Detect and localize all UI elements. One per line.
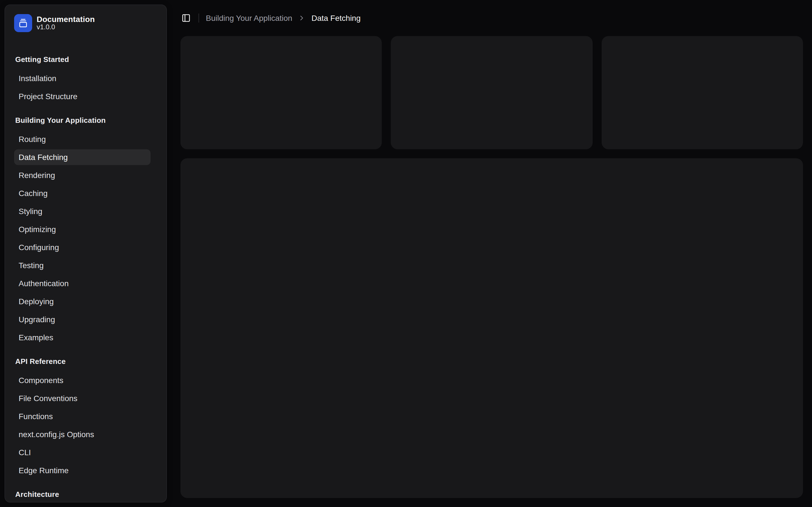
sidebar-item-caching[interactable]: Caching (14, 185, 151, 201)
breadcrumb: Building Your Application Data Fetching (206, 13, 361, 22)
sidebar-group-architecture: ArchitectureAccessibility (5, 485, 166, 503)
app-root: Documentation v1.0.0 Getting StartedInst… (0, 0, 812, 507)
sidebar-item-authentication[interactable]: Authentication (14, 276, 151, 291)
sidebar-item-next-config-js-options[interactable]: next.config.js Options (14, 427, 151, 442)
sidebar-item-testing[interactable]: Testing (14, 258, 151, 273)
sidebar-group-api-reference: API ReferenceComponentsFile ConventionsF… (5, 352, 166, 485)
sidebar-group-label: Getting Started (14, 50, 151, 68)
chevron-right-icon (298, 14, 306, 22)
sidebar-menu: RoutingData FetchingRenderingCachingStyl… (14, 129, 151, 345)
sidebar-item-routing[interactable]: Routing (14, 131, 151, 147)
sidebar-group-getting-started: Getting StartedInstallationProject Struc… (5, 41, 166, 111)
sidebar-item-functions[interactable]: Functions (14, 408, 151, 424)
sidebar-item-configuring[interactable]: Configuring (14, 239, 151, 255)
sidebar-item-installation[interactable]: Installation (14, 70, 151, 86)
app-version: v1.0.0 (37, 24, 95, 32)
sidebar-toggle-button[interactable] (178, 10, 194, 26)
sidebar-item-examples[interactable]: Examples (14, 330, 151, 345)
placeholder-panel (181, 158, 803, 498)
sidebar-item-edge-runtime[interactable]: Edge Runtime (14, 462, 151, 478)
sidebar-menu: InstallationProject Structure (14, 68, 151, 104)
sidebar-menu: ComponentsFile ConventionsFunctionsnext.… (14, 370, 151, 478)
sidebar-item-data-fetching[interactable]: Data Fetching (14, 149, 151, 165)
sidebar-item-deploying[interactable]: Deploying (14, 293, 151, 309)
placeholder-card (181, 36, 382, 149)
main-content: Building Your Application Data Fetching (171, 0, 812, 507)
sidebar-item-optimizing[interactable]: Optimizing (14, 221, 151, 237)
sidebar-header: Documentation v1.0.0 (5, 5, 166, 41)
placeholder-cards-row (181, 36, 803, 149)
sidebar-item-components[interactable]: Components (14, 372, 151, 388)
app-logo (14, 14, 32, 32)
sidebar-nav: Getting StartedInstallationProject Struc… (5, 41, 166, 503)
placeholder-card (601, 36, 803, 149)
app-title: Documentation (37, 15, 95, 24)
breadcrumb-current: Data Fetching (312, 13, 361, 22)
sidebar-item-upgrading[interactable]: Upgrading (14, 312, 151, 327)
placeholder-card (391, 36, 593, 149)
sidebar-item-cli[interactable]: CLI (14, 445, 151, 460)
sidebar-group-building-your-application: Building Your ApplicationRoutingData Fet… (5, 111, 166, 352)
sidebar-group-label: API Reference (14, 352, 151, 370)
app-titles: Documentation v1.0.0 (37, 15, 95, 32)
sidebar-item-rendering[interactable]: Rendering (14, 167, 151, 183)
header-separator (199, 13, 199, 22)
sidebar-item-styling[interactable]: Styling (14, 203, 151, 219)
breadcrumb-link-parent[interactable]: Building Your Application (206, 13, 292, 22)
app-switcher-button[interactable]: Documentation v1.0.0 (10, 10, 162, 37)
panel-left-icon (182, 13, 191, 22)
sidebar-item-project-structure[interactable]: Project Structure (14, 89, 151, 104)
main-header: Building Your Application Data Fetching (181, 0, 803, 36)
sidebar-item-file-conventions[interactable]: File Conventions (14, 390, 151, 406)
sidebar: Documentation v1.0.0 Getting StartedInst… (4, 4, 167, 503)
sidebar-group-label: Building Your Application (14, 111, 151, 129)
sidebar-group-label: Architecture (14, 485, 151, 503)
gallery-vertical-end-icon (18, 18, 28, 27)
